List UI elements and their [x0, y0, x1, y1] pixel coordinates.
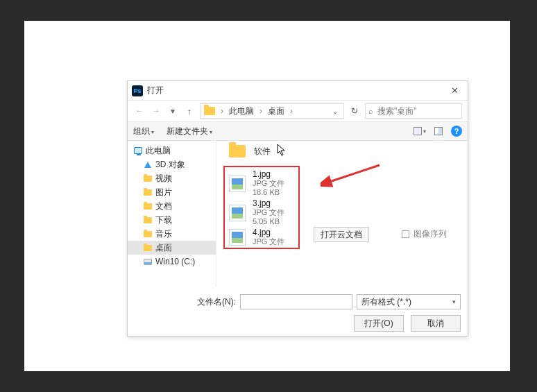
file-list-pane[interactable]: 软件 1.jpg JPG 文件 18.6 KB 3.jpg JPG 文件 — [216, 141, 468, 287]
list-file-item[interactable]: 3.jpg JPG 文件 5.05 KB — [229, 199, 284, 226]
folder-icon — [144, 245, 152, 251]
new-folder-button[interactable]: 新建文件夹 — [167, 126, 212, 137]
checkbox-icon — [402, 230, 409, 238]
tree-item-pictures[interactable]: 图片 — [128, 185, 216, 199]
folder-name: 软件 — [254, 146, 271, 157]
view-options-button[interactable]: ▾ — [414, 127, 426, 135]
open-cloud-docs-button[interactable]: 打开云文档 — [314, 227, 369, 242]
cancel-button[interactable]: 取消 — [411, 315, 461, 332]
titlebar: Ps 打开 ✕ — [128, 81, 468, 101]
refresh-button[interactable]: ↻ — [348, 106, 361, 116]
folder-icon — [144, 203, 152, 210]
organize-menu[interactable]: 组织 — [133, 126, 154, 137]
tree-this-pc[interactable]: 此电脑 — [128, 144, 216, 157]
image-file-icon — [229, 229, 246, 246]
filename-input[interactable] — [240, 294, 352, 309]
breadcrumb-path[interactable]: › 此电脑 › 桌面 › ⌄ — [200, 103, 344, 119]
search-box[interactable]: ⌕ — [365, 103, 462, 119]
pc-icon — [134, 147, 142, 154]
tree-item-downloads[interactable]: 下载 — [128, 213, 216, 227]
file-type-filter[interactable]: 所有格式 (*.*) ▾ — [357, 294, 461, 309]
open-button[interactable]: 打开(O) — [354, 315, 404, 332]
tree-item-music[interactable]: 音乐 — [128, 227, 216, 241]
folder-icon — [144, 217, 152, 223]
folder-icon — [144, 176, 152, 182]
cube-icon — [144, 162, 151, 168]
preview-pane-toggle[interactable] — [434, 127, 443, 135]
breadcrumb-leaf[interactable]: 桌面 — [268, 105, 284, 117]
list-file-item[interactable]: 4.jpg JPG 文件 — [229, 228, 284, 246]
filename-label: 文件名(N): — [197, 296, 236, 308]
tree-item-desktop[interactable]: 桌面 — [128, 241, 216, 255]
close-button[interactable]: ✕ — [445, 84, 463, 98]
folder-icon — [144, 189, 152, 196]
image-sequence-checkbox[interactable]: 图像序列 — [402, 228, 447, 240]
help-button[interactable]: ? — [451, 126, 462, 137]
list-folder-item[interactable]: 软件 — [229, 145, 271, 157]
nav-back-button[interactable]: ← — [133, 106, 146, 116]
toolbar: 组织 新建文件夹 ▾ ? — [128, 121, 468, 141]
image-file-icon — [229, 176, 246, 192]
svg-line-0 — [327, 165, 380, 182]
chevron-right-icon: › — [259, 106, 262, 116]
app-icon: Ps — [132, 85, 143, 96]
breadcrumb-root[interactable]: 此电脑 — [229, 105, 254, 117]
dialog-body: 此电脑 3D 对象 视频 图片 文档 — [128, 141, 468, 287]
search-icon: ⌕ — [368, 107, 373, 115]
nav-forward-button[interactable]: → — [150, 106, 162, 116]
chevron-right-icon: › — [221, 106, 223, 116]
folder-icon — [229, 145, 246, 157]
tree-item-videos[interactable]: 视频 — [128, 171, 216, 185]
search-input[interactable] — [376, 105, 459, 117]
chevron-right-icon: › — [290, 106, 293, 116]
image-file-icon — [229, 205, 246, 221]
tree-item-documents[interactable]: 文档 — [128, 199, 216, 213]
folder-icon — [144, 231, 152, 237]
folder-icon — [204, 107, 215, 115]
drive-icon — [144, 259, 152, 265]
dialog-footer: 文件名(N): 所有格式 (*.*) ▾ 打开(O) 取消 — [128, 287, 468, 336]
nav-up-button[interactable]: ↑ — [183, 106, 196, 117]
tree-item-drive-c[interactable]: Win10 (C:) — [128, 255, 216, 269]
nav-tree[interactable]: 此电脑 3D 对象 视频 图片 文档 — [128, 141, 216, 287]
list-file-item[interactable]: 1.jpg JPG 文件 18.6 KB — [229, 170, 284, 197]
tree-item-3d[interactable]: 3D 对象 — [128, 157, 216, 171]
chevron-down-icon: ▾ — [452, 298, 456, 305]
dialog-title: 打开 — [147, 85, 164, 96]
open-file-dialog: Ps 打开 ✕ ← → ▾ ↑ › 此电脑 › 桌面 › ⌄ ↻ ⌕ — [127, 80, 468, 336]
address-bar: ← → ▾ ↑ › 此电脑 › 桌面 › ⌄ ↻ ⌕ — [128, 101, 468, 121]
annotation-arrow — [321, 162, 383, 196]
breadcrumb-dropdown[interactable]: ⌄ — [330, 108, 341, 115]
nav-recent-dropdown[interactable]: ▾ — [167, 106, 179, 116]
